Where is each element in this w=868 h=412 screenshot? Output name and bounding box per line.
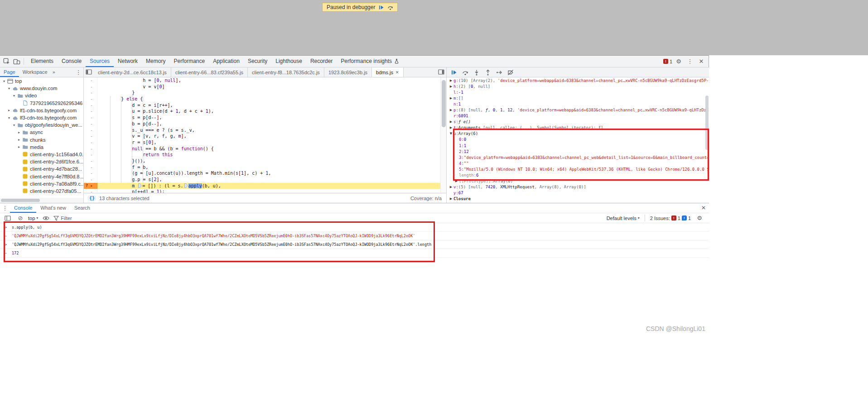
clear-console-icon[interactable]: ⊘ [15, 214, 25, 223]
scope-entry-s[interactable]: ▶s: ƒ e() [447, 119, 709, 125]
tab-performance-insights[interactable]: Performance insights [337, 56, 403, 67]
scope-entry-r[interactable]: r: 6891 [447, 113, 709, 119]
navigator-tab-page[interactable]: Page [0, 67, 19, 77]
line-gutter[interactable]: - [84, 177, 97, 183]
line-gutter[interactable]: - [84, 146, 97, 152]
line-gutter[interactable]: - [84, 115, 97, 121]
scope-entry-n[interactable]: n: 1 [447, 101, 709, 107]
twisty-icon[interactable]: ▶ [448, 96, 453, 100]
log-level-selector[interactable]: Default levels ▾ [607, 216, 640, 221]
line-gutter[interactable]: - [84, 84, 97, 90]
toggle-navigator-sidebar-icon[interactable] [84, 67, 94, 77]
file-tab-client-entry-66-83-cf239a55-js[interactable]: client-entry-66...83.cf239a55.js [171, 67, 248, 77]
tab-network[interactable]: Network [114, 56, 142, 67]
line-gutter[interactable]: - [84, 90, 97, 96]
code-line[interactable]: - r = s[0], [84, 139, 440, 146]
line-gutter[interactable]: - [84, 152, 97, 158]
scope-entry-m[interactable]: ▶m: [] [447, 95, 709, 101]
step-into-button[interactable] [472, 68, 482, 77]
scope-entry-closure[interactable]: ▶Closure [447, 196, 709, 202]
drawer-tab-what-s-new[interactable]: What's new [36, 203, 70, 213]
pretty-print-icon[interactable]: {} [88, 196, 96, 201]
twisty-icon[interactable]: ▶ [448, 85, 453, 88]
toggle-debugger-sidebar-icon[interactable] [436, 67, 446, 77]
console-settings-icon[interactable]: ⚙ [694, 214, 704, 223]
more-tabs-chevron[interactable]: » [51, 69, 57, 75]
scope-entry-y[interactable]: y: 67 [447, 190, 709, 196]
line-gutter[interactable]: - [84, 102, 97, 109]
tree-item-client-entry-2d6f1fce-6[interactable]: client-entry-2d6f1fce.6... [0, 158, 83, 165]
tab-sources[interactable]: Sources [86, 56, 114, 67]
resume-button[interactable] [449, 68, 459, 77]
scope-entry-2[interactable]: 2: 12 [447, 149, 709, 154]
scrollbar-thumb[interactable] [442, 80, 446, 127]
twisty-icon[interactable]: ▾ [7, 116, 11, 120]
line-gutter[interactable]: - [84, 133, 97, 139]
drawer-tab-console[interactable]: Console [10, 203, 36, 213]
code-line[interactable]: - g.p = s[2], [84, 177, 440, 183]
file-tab-1923-8c69ec3b-js[interactable]: 1923.8c69ec3b.js [324, 67, 372, 77]
close-drawer-icon[interactable]: ✕ [701, 205, 706, 211]
line-gutter[interactable]: - [84, 77, 97, 84]
code-line[interactable]: ? ▸ m = []) : (l = s.apply(b, u), [84, 183, 440, 189]
code-line[interactable]: - d = c = i[r++], [84, 102, 440, 109]
twisty-icon[interactable]: ▾ [12, 123, 16, 127]
more-options-icon[interactable]: ⋮ [685, 57, 695, 66]
tree-item-client-entry-4e7ff80d-8[interactable]: client-entry-4e7ff80d.8... [0, 172, 83, 180]
scope-entry-length[interactable]: length: 6 [447, 172, 709, 178]
tree-item-lf3-cdn-tos-bytegoofy-com[interactable]: ▾lf3-cdn-tos.bytegoofy.com [0, 114, 83, 121]
scrollbar-thumb[interactable] [1, 199, 40, 202]
file-tab-client-entry-2d-ce-6cc18c13-js[interactable]: client-entry-2d...ce.6cc18c13.js [94, 67, 171, 77]
scope-entry-l[interactable]: l: -1 [447, 89, 709, 95]
line-gutter[interactable]: - [84, 127, 97, 134]
twisty-icon[interactable]: ▸ [17, 145, 21, 149]
tree-item-chunks[interactable]: ▸chunks [0, 136, 83, 144]
code-line[interactable]: - s = p[d--], [84, 115, 440, 121]
twisty-icon[interactable]: ▸ [17, 138, 21, 142]
code-line[interactable]: - null == b && (b = function() { [84, 146, 440, 152]
tree-item-video[interactable]: ▾video [0, 92, 83, 99]
paused-line-gutter-badge[interactable]: ? ▸ [84, 183, 97, 189]
inspect-element-icon[interactable] [1, 57, 11, 66]
scope-entry-0[interactable]: 0: 0 [447, 137, 709, 143]
scope-entry-u[interactable]: ▼u: Array(6) [447, 131, 709, 137]
device-toolbar-icon[interactable] [12, 57, 22, 66]
deactivate-breakpoints-button[interactable] [506, 68, 516, 77]
step-over-button[interactable] [460, 68, 470, 77]
line-gutter[interactable]: - [84, 96, 97, 102]
twisty-icon[interactable]: ▾ [12, 94, 16, 98]
code-line[interactable]: - } else { [84, 96, 440, 102]
drawer-menu-icon[interactable]: ⋮ [0, 204, 10, 213]
step-button[interactable] [494, 68, 504, 77]
tree-item-client-entry-7a08a8f9-c[interactable]: client-entry-7a08a8f9.c... [0, 180, 83, 187]
twisty-icon[interactable]: ▶ [448, 197, 453, 201]
line-gutter[interactable]: - [84, 121, 97, 127]
code-line[interactable]: - f = b, [84, 164, 440, 171]
code-line[interactable]: - b = p[d--], [84, 121, 440, 127]
navigator-tab-workspace[interactable]: Workspace [19, 67, 51, 77]
twisty-icon[interactable]: ▶ [448, 120, 453, 124]
twisty-icon[interactable]: ▶ [448, 108, 453, 112]
scope-entry-p[interactable]: ▶p: (8) [null, ƒ, 0, 1, 12, 'device_plat… [447, 107, 709, 113]
scope-entry-t[interactable]: ▶t: Arguments [null, callee: (...), Symb… [447, 125, 709, 131]
code-line[interactable]: - v = [v, r, f, g, m], [84, 133, 440, 139]
step-over-button[interactable] [387, 5, 393, 10]
tab-security[interactable]: Security [244, 56, 271, 67]
tab-performance[interactable]: Performance [169, 56, 209, 67]
file-tab-bdms-js[interactable]: bdms.js✕ [372, 67, 403, 77]
line-gutter[interactable]: - [84, 164, 97, 171]
scope-entry-1[interactable]: 1: 1 [447, 143, 709, 149]
tab-memory[interactable]: Memory [142, 56, 169, 67]
inline-breakpoint-marker[interactable] [138, 183, 141, 188]
scope-entry-h[interactable]: ▶h: (2) [0, null] [447, 83, 709, 89]
tree-item-media[interactable]: ▸media [0, 144, 83, 151]
code-line[interactable]: - h = [0, null], [84, 77, 440, 84]
issues-summary[interactable]: 2 Issues: 1 1 [650, 216, 691, 221]
tree-item-lf1-cdn-tos-bytegoofy-com[interactable]: ▸lf1-cdn-tos.bytegoofy.com [0, 107, 83, 114]
code-line[interactable]: - }()), [84, 158, 440, 164]
scope-entry-4[interactable]: 4: "" [447, 160, 709, 166]
settings-gear-icon[interactable]: ⚙ [674, 57, 684, 66]
twisty-icon[interactable]: ▾ [7, 86, 11, 91]
tree-item-obj-goofy-ies-douyin-we[interactable]: ▾obj/goofy/ies/douyin_we... [0, 121, 83, 129]
tab-application[interactable]: Application [209, 56, 244, 67]
